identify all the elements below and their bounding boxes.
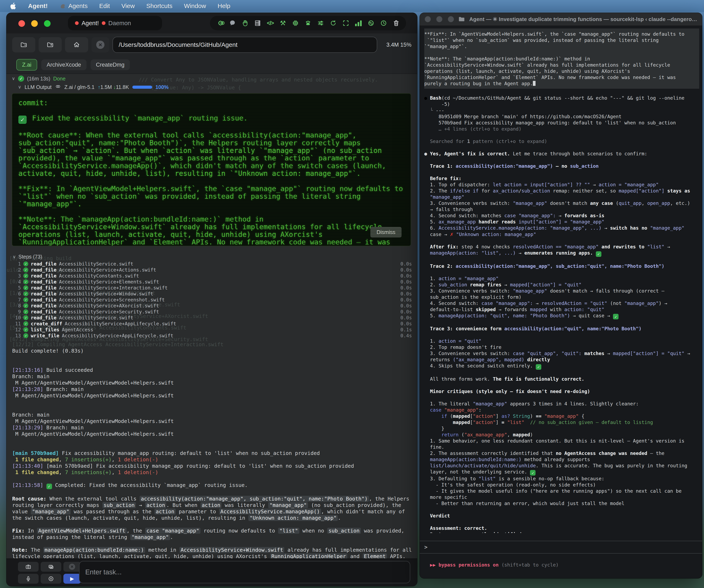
menu-agents[interactable]: Agents — [59, 2, 87, 9]
hand-icon[interactable] — [241, 19, 249, 27]
zoom-button[interactable] — [44, 20, 51, 27]
app-daemon-status: Agent! Daemon — [68, 16, 162, 30]
minimize-button[interactable] — [31, 20, 38, 27]
run-status-row[interactable]: ∨ ✓ (16m 13s) Done — [12, 75, 65, 82]
task-input[interactable] — [79, 561, 410, 583]
terminal-prompt[interactable]: > — [420, 541, 702, 553]
new-folder-button[interactable] — [39, 37, 62, 52]
pause-button[interactable] — [41, 574, 61, 584]
bars-icon[interactable] — [355, 20, 362, 26]
terminal-line: `"list"` when no `sub_action` was provid… — [424, 37, 699, 43]
title-bar: Agent! Daemon ⚙⚙ </> ⚒ — [6, 13, 417, 34]
apple-menu-icon[interactable] — [9, 2, 16, 10]
terminal-line: 1 file changed, 7 insertions(+), 1 delet… — [12, 456, 412, 463]
step-row[interactable]: 6✓read_fileAccessibilityService+Window.s… — [13, 291, 412, 297]
refresh-icon[interactable] — [330, 19, 337, 27]
step-row[interactable]: 4✓read_fileAccessibilityService+Elements… — [13, 279, 412, 285]
step-row[interactable]: 8✓read_fileAccessibilityService+AXorcist… — [13, 303, 412, 309]
mic-button[interactable] — [18, 574, 39, 584]
terminal-line: if (mapped["action"] as? String) == "man… — [424, 413, 699, 419]
close-icon: × — [96, 41, 105, 49]
chip-icon[interactable] — [292, 19, 299, 27]
gears-icon[interactable]: ⚙⚙ — [216, 19, 224, 27]
step-row[interactable]: 3✓read_fileAccessibilityConstants.swift0… — [13, 273, 412, 279]
flex-arm-icon — [59, 2, 66, 9]
terminal-line: Minor critiques (style only — fix doesn'… — [424, 388, 699, 394]
check-icon: ✓ — [23, 333, 28, 338]
clear-path-button[interactable]: × — [92, 37, 109, 52]
terminal-line — [424, 257, 699, 263]
tools-icon[interactable]: ⚒ — [279, 19, 287, 27]
tab-archivexcode[interactable]: ArchiveXcode — [41, 59, 86, 70]
terminal-title-bar: Agent — ✳ Investigate duplicate trimming… — [420, 13, 702, 26]
terminal-line: Assessment: correct. — [424, 525, 699, 531]
terminal-line: 1. Same behavior, one less redundant con… — [424, 438, 699, 444]
terminal-line — [12, 475, 412, 482]
terminal-line: 5. manageApp(action: "quit", name: "Phot… — [424, 313, 699, 320]
terminal-line: 1 file changed, 7 insertions(+), 1 delet… — [12, 469, 412, 475]
path-field[interactable]: /Users/toddbruss/Documents/GitHub/Agent — [113, 37, 377, 53]
terminal-transcript: **Fix**: In `AgentViewModel+Helpers.swif… — [424, 28, 699, 533]
close-button[interactable] — [18, 20, 25, 27]
folder-menu-button[interactable] — [12, 37, 35, 52]
terminal-line: [21:13:28] Branch: main — [12, 386, 412, 392]
terminal-line: 5. ax_manage_app handler reads input["ac… — [424, 219, 699, 225]
terminal-line — [12, 405, 412, 411]
llm-output-row[interactable]: ∨ LLM Output Z.ai / glm-5.1 ↑1.5M ↓11.8K… — [18, 83, 169, 91]
clear-task-button[interactable]: × — [63, 562, 81, 572]
terminal-line: Trace 3: convenience form accessibility(… — [424, 326, 699, 332]
dismiss-button[interactable]: Dismiss — [370, 227, 402, 238]
bypass-permissions-status[interactable]: ▶▶ bypass permissions on (shift+tab to c… — [424, 562, 559, 568]
step-row[interactable]: 5✓read_fileAccessibilityService+Interact… — [13, 285, 412, 291]
step-row[interactable]: 13✓write_fileAccessibilityService+AppLif… — [13, 333, 412, 339]
undo-icon[interactable] — [367, 19, 375, 27]
step-row[interactable]: 9✓read_fileAccessibilityService+Security… — [13, 309, 412, 315]
zoom-button[interactable] — [448, 16, 454, 22]
chat-icon[interactable] — [229, 19, 236, 27]
terminal-line: 6. AccessibilityService.manageApp(action… — [424, 225, 699, 231]
terminal-line — [424, 382, 699, 388]
steps-header[interactable]: ∨ Steps (73) — [13, 254, 42, 260]
terminal-line: sub_action is the explicit form) — [424, 294, 699, 300]
terminal-line: -5) — [424, 101, 699, 107]
menu-view[interactable]: View — [121, 2, 135, 9]
check-icon: ✓ — [23, 303, 28, 308]
menu-shortcuts[interactable]: Shortcuts — [146, 2, 173, 9]
trash-icon[interactable] — [393, 19, 400, 27]
terminal-line: purely a routing bug in the Agent app. — [424, 80, 699, 87]
sliders-icon[interactable] — [317, 19, 324, 27]
terminal-line: [21:13:16] Build succeeded — [12, 367, 412, 373]
step-row[interactable]: 2✓read_fileAccessibilityService+Actions.… — [13, 267, 412, 273]
step-row[interactable]: 12✓list_filesAgentAccess0.1s — [13, 327, 412, 333]
run-button[interactable]: ▶ — [63, 574, 81, 584]
code-icon[interactable]: </> — [267, 19, 274, 27]
step-row[interactable]: 7✓read_fileAccessibilityService+Screensh… — [13, 297, 412, 303]
menu-help[interactable]: Help — [218, 2, 230, 9]
terminal-line — [12, 437, 412, 444]
step-row[interactable]: 11✓create_diffAccessibilityService+AppLi… — [13, 321, 412, 327]
step-row[interactable]: 1✓read_fileAccessibilityService.swift0.0… — [13, 261, 412, 267]
terminal-line: Trace 2: accessibility(action:"manage_ap… — [424, 263, 699, 269]
history-icon[interactable] — [380, 19, 387, 27]
tab-createdmg[interactable]: CreateDmg — [91, 59, 130, 70]
fullscreen-icon[interactable] — [342, 19, 350, 27]
build-log: [12/12] Compiling AgentAccess Accessibil… — [12, 341, 412, 559]
tab-zai[interactable]: Z.ai — [16, 59, 37, 71]
menu-app[interactable]: Agent! — [28, 2, 48, 9]
screenshot-button[interactable] — [41, 562, 61, 572]
check-icon: ✓ — [23, 291, 28, 296]
home-button[interactable] — [65, 37, 88, 52]
step-row[interactable]: 10✓read_fileAccessibilityService.swift0.… — [13, 315, 412, 321]
terminal-line — [12, 444, 412, 450]
minimize-button[interactable] — [436, 16, 443, 22]
menu-edit[interactable]: Edit — [99, 2, 110, 9]
terminal-line: Note: The manageApp(action:bundleId:name… — [12, 547, 412, 559]
terminal-line: fine. — [424, 444, 699, 450]
servers-icon[interactable] — [254, 19, 261, 27]
close-button[interactable] — [425, 16, 431, 22]
terminal-line: M Agent/AgentViewModel/AgentViewModel+He… — [12, 380, 412, 386]
menu-window[interactable]: Window — [184, 2, 206, 9]
terminal-line: mapped["action"] = "list" // no sub_acti… — [424, 419, 699, 426]
paw-icon[interactable] — [304, 19, 312, 27]
camera-button[interactable] — [18, 562, 39, 572]
